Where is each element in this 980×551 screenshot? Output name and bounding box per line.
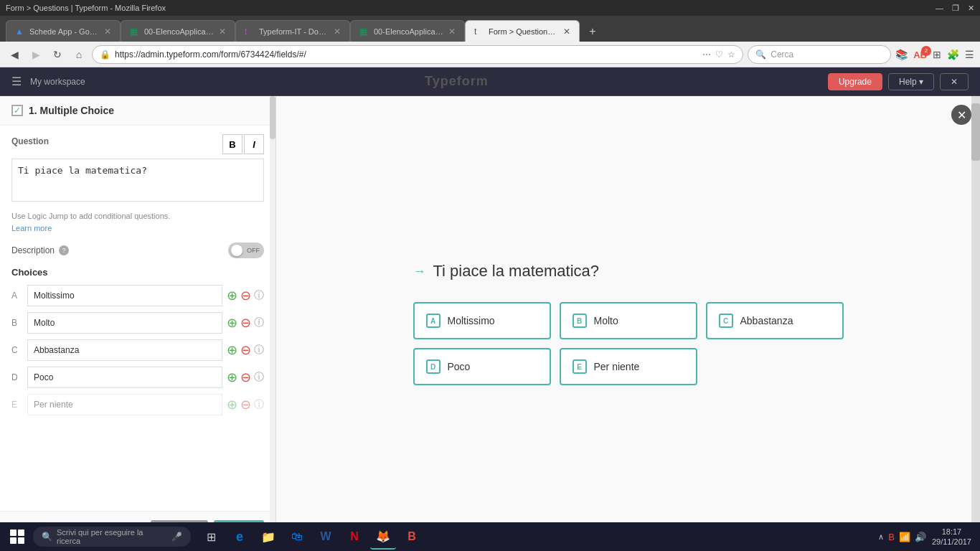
help-btn[interactable]: Help ▾ xyxy=(888,73,934,90)
extensions-icon[interactable]: 🧩 xyxy=(947,49,959,60)
preview-choice-d[interactable]: D Poco xyxy=(413,348,551,385)
choice-info-c[interactable]: ⓘ xyxy=(254,344,264,357)
netflix-btn[interactable]: N xyxy=(341,524,367,550)
choice-input-a[interactable] xyxy=(27,285,222,306)
choice-remove-a[interactable]: ⊖ xyxy=(240,288,251,303)
tab-typeform-active[interactable]: t Form > Questions | Typeform ✕ xyxy=(465,20,580,42)
choices-grid-row2: D Poco E Per niente xyxy=(413,348,844,385)
url-icons: ⋯ ♡ ☆ xyxy=(702,50,735,60)
tab1-close[interactable]: ✕ xyxy=(104,27,111,37)
learn-more-link[interactable]: Learn more xyxy=(11,224,52,232)
store-btn[interactable]: 🛍 xyxy=(284,524,310,550)
refresh-btn[interactable]: ↻ xyxy=(49,46,66,63)
microphone-icon[interactable]: 🎤 xyxy=(171,532,182,542)
left-panel: ✓ 1. Multiple Choice Question B I Ti pia… xyxy=(0,96,276,551)
tray-volume-icon[interactable]: 🔊 xyxy=(915,532,926,542)
start-btn[interactable] xyxy=(3,524,32,550)
choice-remove-e[interactable]: ⊖ xyxy=(240,397,251,413)
close-btn[interactable]: ✕ xyxy=(968,4,974,13)
firefox-btn[interactable]: 🦊 xyxy=(370,524,396,550)
description-help-icon[interactable]: ? xyxy=(59,245,69,255)
choice-add-b[interactable]: ⊕ xyxy=(227,315,237,331)
bold-btn[interactable]: B xyxy=(222,134,242,154)
choice-add-d[interactable]: ⊕ xyxy=(227,369,237,385)
tab5-close[interactable]: ✕ xyxy=(563,27,570,37)
search-bar[interactable]: 🔍 Cerca xyxy=(748,45,891,64)
menu-icon[interactable]: ☰ xyxy=(965,49,974,60)
close-topbar-btn[interactable]: ✕ xyxy=(940,73,969,90)
choice-input-e[interactable] xyxy=(27,394,222,415)
minimize-btn[interactable]: — xyxy=(936,4,943,13)
preview-choice-a[interactable]: A Moltissimo xyxy=(413,302,551,339)
choice-info-d[interactable]: ⓘ xyxy=(254,371,264,384)
taskbar-search[interactable]: 🔍 Scrivi qui per eseguire la ricerca 🎤 xyxy=(33,527,191,547)
upgrade-btn[interactable]: Upgrade xyxy=(828,73,882,90)
search-icon: 🔍 xyxy=(755,50,766,60)
choice-info-b[interactable]: ⓘ xyxy=(254,316,264,329)
explorer-btn[interactable]: 📁 xyxy=(255,524,281,550)
choice-placeholder xyxy=(706,348,844,385)
sidebyside-icon[interactable]: ⊞ xyxy=(933,49,941,60)
preview-choice-b[interactable]: B Molto xyxy=(560,302,697,339)
tab-typeform-docs[interactable]: t Typeform-IT - Documenti Goo... ✕ xyxy=(235,20,350,42)
tray-antivirus-icon[interactable]: B xyxy=(888,532,895,542)
choice-add-a[interactable]: ⊕ xyxy=(227,288,237,303)
share-icon[interactable]: ☆ xyxy=(727,50,735,60)
choice-remove-b[interactable]: ⊖ xyxy=(240,315,251,331)
choice-letter-a: A xyxy=(11,291,23,301)
bookmark-icon[interactable]: ⋯ xyxy=(702,50,711,60)
right-scrollbar-thumb xyxy=(971,103,980,161)
tab2-close[interactable]: ✕ xyxy=(219,27,226,37)
preview-choice-e[interactable]: E Per niente xyxy=(560,348,697,385)
description-toggle[interactable]: OFF xyxy=(228,242,264,258)
question-toolbar: Question B I xyxy=(11,134,264,154)
preview-choice-c[interactable]: C Abbastanza xyxy=(706,302,844,339)
word-btn[interactable]: W xyxy=(313,524,339,550)
edge-btn[interactable]: e xyxy=(227,524,253,550)
choice-remove-c[interactable]: ⊖ xyxy=(240,342,251,358)
choice-info-e[interactable]: ⓘ xyxy=(254,398,264,411)
choice-letter-c: C xyxy=(11,345,23,355)
choice-row-d: D ⊕ ⊖ ⓘ xyxy=(11,367,264,388)
reader-icon[interactable]: ♡ xyxy=(715,50,723,60)
maximize-btn[interactable]: ❐ xyxy=(952,4,959,13)
new-tab-btn[interactable]: + xyxy=(583,22,603,42)
tray-up-arrow[interactable]: ∧ xyxy=(878,532,884,542)
forward-btn[interactable]: ▶ xyxy=(27,46,44,63)
preview-close-btn[interactable]: ✕ xyxy=(951,105,971,125)
tray-clock[interactable]: 18:17 29/11/2017 xyxy=(932,527,971,547)
drive-icon: ▲ xyxy=(15,27,25,37)
task-view-btn[interactable]: ⊞ xyxy=(198,524,224,550)
title-bar-right: — ❐ ✕ xyxy=(936,4,974,13)
choice-text-e: Per niente xyxy=(594,361,640,372)
choice-remove-d[interactable]: ⊖ xyxy=(240,369,251,385)
question-input[interactable]: Ti piace la matematica? xyxy=(11,159,264,202)
tab-google-drive[interactable]: ▲ Schede App - Google Drive ✕ xyxy=(6,20,121,42)
tray-date-text: 29/11/2017 xyxy=(932,537,971,547)
home-btn[interactable]: ⌂ xyxy=(70,46,88,63)
choice-key-a: A xyxy=(426,314,440,328)
tab3-close[interactable]: ✕ xyxy=(334,27,341,37)
italic-btn[interactable]: I xyxy=(244,134,264,154)
url-bar[interactable]: 🔒 https://admin.typeform.com/form/673442… xyxy=(92,45,743,64)
choice-input-c[interactable] xyxy=(27,339,222,361)
tab-sheets-2[interactable]: ▦ 00-ElencoApplicazioni - Fogli G... ✕ xyxy=(350,20,465,42)
choice-add-e[interactable]: ⊕ xyxy=(227,397,237,413)
lock-icon: 🔒 xyxy=(100,50,110,60)
bitdefender-btn[interactable]: B xyxy=(399,524,425,550)
choice-add-c[interactable]: ⊕ xyxy=(227,342,237,358)
hamburger-icon[interactable]: ☰ xyxy=(11,75,22,88)
question-checkbox[interactable]: ✓ xyxy=(11,105,23,116)
tab4-close[interactable]: ✕ xyxy=(448,27,456,37)
tray-network-icon[interactable]: 📶 xyxy=(899,532,910,542)
account-icon[interactable]: AB 2 xyxy=(913,49,927,60)
choice-input-b[interactable] xyxy=(27,312,222,334)
arrow-icon: → xyxy=(413,264,426,279)
choice-row-e: E ⊕ ⊖ ⓘ xyxy=(11,394,264,415)
preview-question-text: Ti piace la matematica? xyxy=(433,262,600,281)
library-icon[interactable]: 📚 xyxy=(895,49,908,60)
back-btn[interactable]: ◀ xyxy=(6,46,23,63)
tab-sheets-1[interactable]: ▦ 00-ElencoApplicazioni - Fogli G... ✕ xyxy=(121,20,235,42)
choice-info-a[interactable]: ⓘ xyxy=(254,289,264,302)
choice-input-d[interactable] xyxy=(27,367,222,388)
